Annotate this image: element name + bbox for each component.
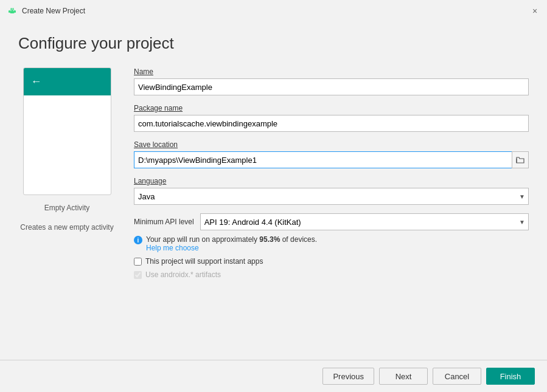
phone-header: ← bbox=[24, 68, 111, 95]
title-bar: Create New Project × bbox=[0, 0, 547, 22]
api-select[interactable]: API 19: Android 4.4 (KitKat) API 21: And… bbox=[200, 213, 529, 230]
package-label: Package name bbox=[134, 104, 529, 112]
api-label: Minimum API level bbox=[134, 218, 194, 226]
save-location-input[interactable] bbox=[134, 151, 512, 168]
spacer bbox=[0, 348, 547, 360]
page-title: Configure your project bbox=[18, 34, 529, 53]
language-group: Language Java Kotlin ▼ bbox=[134, 177, 529, 205]
save-location-label: Save location bbox=[134, 140, 529, 149]
androidx-label: Use androidx.* artifacts bbox=[145, 270, 221, 279]
name-input[interactable] bbox=[134, 78, 529, 95]
name-label: Name bbox=[134, 67, 529, 76]
instant-apps-label: This project will support instant apps bbox=[145, 257, 263, 266]
window-title: Create New Project bbox=[22, 7, 530, 15]
info-icon: i bbox=[134, 236, 142, 244]
creates-label: Creates a new empty activity bbox=[20, 223, 113, 232]
save-location-row bbox=[134, 151, 529, 168]
activity-label: Empty Activity bbox=[44, 204, 90, 212]
instant-apps-checkbox[interactable] bbox=[134, 258, 142, 266]
svg-rect-2 bbox=[15, 10, 16, 13]
left-panel: ← Empty Activity Creates a new empty act… bbox=[18, 67, 116, 348]
api-select-wrapper: API 19: Android 4.4 (KitKat) API 21: And… bbox=[200, 213, 529, 230]
language-label: Language bbox=[134, 177, 529, 185]
right-panel: Name Package name Save location bbox=[134, 67, 529, 348]
language-select[interactable]: Java Kotlin bbox=[134, 188, 529, 205]
svg-point-5 bbox=[10, 10, 12, 12]
svg-point-6 bbox=[13, 10, 14, 12]
next-button[interactable]: Next bbox=[379, 368, 428, 385]
name-group: Name bbox=[134, 67, 529, 95]
package-input[interactable] bbox=[134, 115, 529, 132]
close-button[interactable]: × bbox=[530, 6, 540, 16]
androidx-checkbox bbox=[134, 271, 142, 279]
androidx-row: Use androidx.* artifacts bbox=[134, 270, 529, 279]
api-info-text: Your app will run on approximately 95.3%… bbox=[146, 235, 317, 252]
footer: Previous Next Cancel Finish bbox=[0, 360, 547, 392]
back-arrow-icon: ← bbox=[31, 75, 42, 88]
api-section: Minimum API level API 19: Android 4.4 (K… bbox=[134, 213, 529, 279]
help-link[interactable]: Help me choose bbox=[146, 244, 199, 252]
package-group: Package name bbox=[134, 104, 529, 132]
browse-folder-button[interactable] bbox=[512, 151, 529, 168]
previous-button[interactable]: Previous bbox=[322, 368, 374, 385]
window: Create New Project × Configure your proj… bbox=[0, 0, 547, 392]
svg-rect-1 bbox=[9, 10, 10, 13]
content-area: Configure your project ← Empty Activity … bbox=[0, 22, 547, 348]
phone-preview: ← bbox=[23, 67, 111, 195]
cancel-button[interactable]: Cancel bbox=[433, 368, 481, 385]
main-body: ← Empty Activity Creates a new empty act… bbox=[18, 67, 529, 348]
finish-button[interactable]: Finish bbox=[486, 368, 535, 385]
language-select-wrapper: Java Kotlin ▼ bbox=[134, 188, 529, 205]
api-info-row: i Your app will run on approximately 95.… bbox=[134, 235, 529, 252]
svg-rect-0 bbox=[10, 10, 15, 13]
svg-rect-3 bbox=[11, 8, 12, 10]
api-row: Minimum API level API 19: Android 4.4 (K… bbox=[134, 213, 529, 230]
svg-rect-4 bbox=[13, 8, 14, 10]
android-logo-icon bbox=[7, 6, 17, 16]
instant-apps-row: This project will support instant apps bbox=[134, 257, 529, 266]
save-location-group: Save location bbox=[134, 140, 529, 168]
